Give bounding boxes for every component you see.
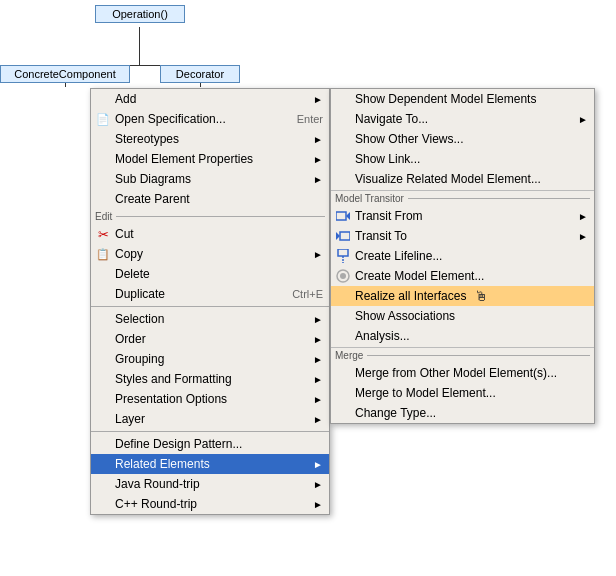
merge-divider <box>367 355 590 356</box>
submenu-show-other-views-label: Show Other Views... <box>355 132 464 146</box>
menu-layer[interactable]: Layer ► <box>91 409 329 429</box>
arrow-icon-5: ► <box>303 249 323 260</box>
submenu-visualize-label: Visualize Related Model Element... <box>355 172 541 186</box>
context-menu-left: Add ► 📄 Open Specification... Enter Ster… <box>90 88 330 515</box>
menu-model-props[interactable]: Model Element Properties ► <box>91 149 329 169</box>
uml-connector <box>139 27 140 65</box>
separator-1 <box>91 306 329 307</box>
model-transitor-divider <box>408 198 590 199</box>
menu-open-spec[interactable]: 📄 Open Specification... Enter <box>91 109 329 129</box>
menu-presentation-label: Presentation Options <box>115 392 227 406</box>
submenu-transit-from-label: Transit From <box>355 209 423 223</box>
menu-duplicate-label: Duplicate <box>115 287 165 301</box>
menu-sub-diagrams[interactable]: Sub Diagrams ► <box>91 169 329 189</box>
menu-java-round[interactable]: Java Round-trip ► <box>91 474 329 494</box>
open-spec-shortcut: Enter <box>277 113 323 125</box>
menu-cut[interactable]: ✂ Cut <box>91 224 329 244</box>
submenu-analysis[interactable]: Analysis... <box>331 326 594 346</box>
arrow-icon-12: ► <box>303 459 323 470</box>
submenu-create-lifeline-label: Create Lifeline... <box>355 249 442 263</box>
submenu-realize-interfaces[interactable]: Realize all Interfaces 🖱 <box>331 286 594 306</box>
spec-icon: 📄 <box>95 111 111 127</box>
menu-grouping[interactable]: Grouping ► <box>91 349 329 369</box>
menu-copy[interactable]: 📋 Copy ► <box>91 244 329 264</box>
menu-stereotypes[interactable]: Stereotypes ► <box>91 129 329 149</box>
separator-2 <box>91 431 329 432</box>
menu-related[interactable]: Related Elements ► <box>91 454 329 474</box>
menu-duplicate[interactable]: Duplicate Ctrl+E <box>91 284 329 304</box>
menu-presentation[interactable]: Presentation Options ► <box>91 389 329 409</box>
submenu-show-other-views[interactable]: Show Other Views... <box>331 129 594 149</box>
arrow-icon-r3: ► <box>568 231 588 242</box>
arrow-icon-4: ► <box>303 174 323 185</box>
submenu-create-model-element[interactable]: Create Model Element... <box>331 266 594 286</box>
menu-add-label: Add <box>115 92 136 106</box>
menu-create-parent[interactable]: Create Parent <box>91 189 329 209</box>
uml-concrete-box: ConcreteComponent <box>0 65 130 83</box>
submenu-create-lifeline[interactable]: Create Lifeline... <box>331 246 594 266</box>
submenu-merge-to[interactable]: Merge to Model Element... <box>331 383 594 403</box>
menu-open-spec-label: Open Specification... <box>115 112 226 126</box>
transit-from-icon <box>335 208 351 224</box>
submenu-show-dependent[interactable]: Show Dependent Model Elements <box>331 89 594 109</box>
menu-grouping-label: Grouping <box>115 352 164 366</box>
menu-cpp-round-label: C++ Round-trip <box>115 497 197 511</box>
uml-operation-label: Operation() <box>112 8 168 20</box>
svg-rect-3 <box>340 232 350 240</box>
menu-stereotypes-label: Stereotypes <box>115 132 179 146</box>
uml-concrete-label: ConcreteComponent <box>14 68 116 80</box>
menu-layer-label: Layer <box>115 412 145 426</box>
submenu-show-link[interactable]: Show Link... <box>331 149 594 169</box>
arrow-icon-r1: ► <box>568 114 588 125</box>
menu-cut-label: Cut <box>115 227 134 241</box>
arrow-icon-2: ► <box>303 134 323 145</box>
menu-order-label: Order <box>115 332 146 346</box>
submenu-transit-to-label: Transit To <box>355 229 407 243</box>
submenu-merge-from[interactable]: Merge from Other Model Element(s)... <box>331 363 594 383</box>
submenu-show-associations-label: Show Associations <box>355 309 455 323</box>
submenu-navigate-to[interactable]: Navigate To... ► <box>331 109 594 129</box>
svg-rect-0 <box>336 212 346 220</box>
menu-add[interactable]: Add ► <box>91 89 329 109</box>
copy-icon: 📋 <box>95 246 111 262</box>
uml-operation-box: Operation() <box>95 5 185 23</box>
menu-styles-label: Styles and Formatting <box>115 372 232 386</box>
submenu-show-associations[interactable]: Show Associations <box>331 306 594 326</box>
submenu-transit-from[interactable]: Transit From ► <box>331 206 594 226</box>
arrow-icon-3: ► <box>303 154 323 165</box>
menu-design-pattern[interactable]: Define Design Pattern... <box>91 434 329 454</box>
arrow-icon-r2: ► <box>568 211 588 222</box>
edit-divider <box>116 216 325 217</box>
menu-styles[interactable]: Styles and Formatting ► <box>91 369 329 389</box>
merge-section-label: Merge <box>335 350 363 361</box>
submenu-visualize[interactable]: Visualize Related Model Element... <box>331 169 594 189</box>
uml-decorator-box: Decorator <box>160 65 240 83</box>
uml-decorator-label: Decorator <box>176 68 224 80</box>
scissors-icon: ✂ <box>95 226 111 242</box>
submenu-create-model-element-label: Create Model Element... <box>355 269 484 283</box>
submenu-show-link-label: Show Link... <box>355 152 420 166</box>
menu-sub-diagrams-label: Sub Diagrams <box>115 172 191 186</box>
submenu-navigate-to-label: Navigate To... <box>355 112 428 126</box>
menu-java-round-label: Java Round-trip <box>115 477 200 491</box>
menu-related-label: Related Elements <box>115 457 210 471</box>
arrow-icon-6: ► <box>303 314 323 325</box>
menu-selection-label: Selection <box>115 312 164 326</box>
menu-delete-label: Delete <box>115 267 150 281</box>
submenu-change-type[interactable]: Change Type... <box>331 403 594 423</box>
arrow-icon-7: ► <box>303 334 323 345</box>
menu-delete[interactable]: Delete <box>91 264 329 284</box>
submenu-right: Show Dependent Model Elements Navigate T… <box>330 88 595 424</box>
submenu-analysis-label: Analysis... <box>355 329 410 343</box>
cursor-icon: 🖱 <box>474 288 488 304</box>
lifeline-icon <box>335 248 351 264</box>
arrow-icon-9: ► <box>303 374 323 385</box>
submenu-merge-from-label: Merge from Other Model Element(s)... <box>355 366 557 380</box>
menu-order[interactable]: Order ► <box>91 329 329 349</box>
submenu-transit-to[interactable]: Transit To ► <box>331 226 594 246</box>
menu-selection[interactable]: Selection ► <box>91 309 329 329</box>
menu-model-props-label: Model Element Properties <box>115 152 253 166</box>
arrow-icon-8: ► <box>303 354 323 365</box>
duplicate-shortcut: Ctrl+E <box>272 288 323 300</box>
menu-cpp-round[interactable]: C++ Round-trip ► <box>91 494 329 514</box>
